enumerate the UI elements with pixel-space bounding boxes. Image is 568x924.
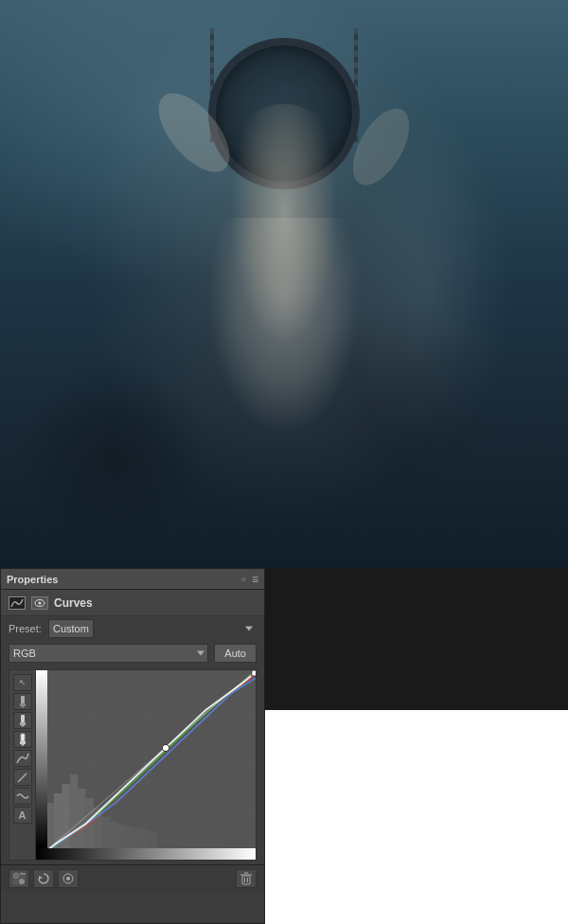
svg-rect-44 [242, 876, 250, 884]
properties-panel: Properties « ≡ Curves Preset: Custom [0, 568, 265, 924]
curves-graph-container: ↖ A [9, 669, 257, 861]
texture-overlay [0, 0, 568, 568]
channel-select[interactable]: RGB Red Green Blue [9, 644, 208, 663]
svg-rect-2 [21, 696, 25, 703]
pencil-draw-btn[interactable] [13, 769, 32, 786]
svg-marker-4 [21, 706, 25, 708]
svg-rect-8 [21, 734, 25, 741]
curves-svg-area [36, 670, 256, 860]
menu-icon[interactable]: ≡ [252, 573, 258, 586]
panel-bottom-bar [1, 864, 264, 891]
svg-rect-22 [70, 774, 78, 860]
auto-button[interactable]: Auto [214, 644, 257, 663]
svg-rect-9 [20, 741, 26, 744]
tool-sidebar: ↖ A [9, 670, 36, 860]
curves-graph[interactable]: ↖ A [9, 670, 256, 860]
pointer-tool-btn[interactable]: ↖ [13, 674, 32, 691]
eyedropper-black-btn[interactable] [13, 693, 32, 710]
panel-title-row: Properties [7, 574, 58, 585]
collapse-icon[interactable]: « [241, 575, 246, 584]
text-btn[interactable]: A [13, 807, 32, 824]
svg-line-11 [18, 773, 27, 782]
curves-title: Curves [54, 596, 93, 610]
delete-adjustment-btn[interactable] [236, 869, 257, 888]
eyedropper-white-btn[interactable] [13, 731, 32, 748]
svg-point-39 [20, 879, 25, 883]
svg-rect-6 [20, 722, 26, 725]
curves-header: Curves [1, 590, 264, 616]
svg-marker-7 [21, 725, 25, 727]
preset-select-arrow [245, 627, 253, 631]
svg-marker-41 [39, 876, 43, 880]
preset-label: Preset: [9, 623, 43, 634]
white-background-area [265, 710, 568, 924]
visibility-toggle[interactable] [31, 596, 48, 610]
preset-select-wrapper: Custom [48, 619, 257, 638]
svg-point-1 [39, 601, 42, 604]
preset-row: Preset: Custom [1, 616, 264, 641]
svg-rect-35 [252, 670, 256, 676]
eyedropper-gray-btn[interactable] [13, 712, 32, 729]
clip-to-layer-btn[interactable] [58, 869, 79, 888]
curves-adjustment-icon [9, 596, 26, 610]
channel-row: RGB Red Green Blue Auto [1, 641, 264, 666]
photo-background [0, 0, 568, 568]
curve-pencil-btn[interactable] [13, 750, 32, 767]
svg-point-43 [66, 877, 70, 880]
svg-rect-3 [20, 703, 26, 706]
preset-select[interactable]: Custom [48, 619, 94, 638]
panel-header: Properties « ≡ [1, 569, 264, 590]
smooth-btn[interactable] [13, 788, 32, 805]
history-state-btn[interactable] [33, 869, 54, 888]
panel-title: Properties [7, 574, 58, 585]
svg-marker-10 [21, 744, 25, 746]
svg-point-36 [162, 745, 169, 752]
svg-rect-5 [21, 715, 25, 722]
channel-select-wrapper: RGB Red Green Blue [9, 644, 208, 663]
svg-point-38 [14, 873, 19, 878]
add-adjustment-btn[interactable] [9, 869, 29, 888]
